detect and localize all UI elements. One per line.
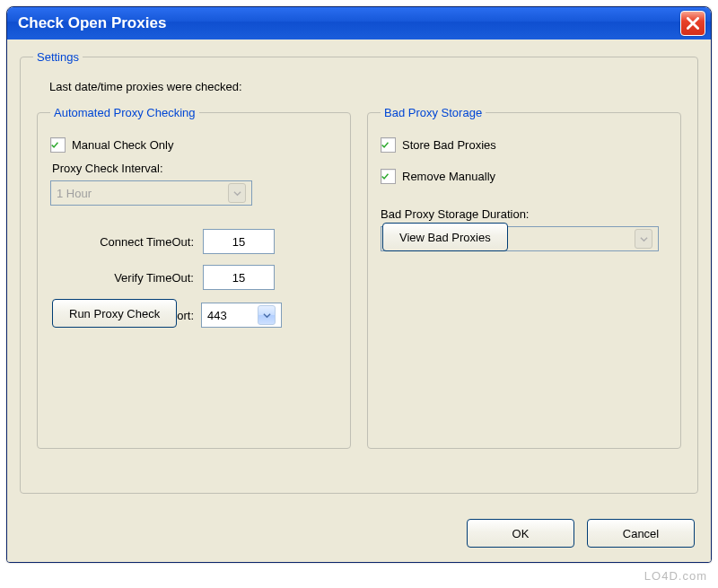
view-bad-proxies-button[interactable]: View Bad Proxies — [382, 223, 508, 251]
run-proxy-check-button[interactable]: Run Proxy Check — [52, 299, 177, 328]
automated-legend: Automated Proxy Checking — [50, 106, 199, 119]
remove-manually-checkbox[interactable] — [381, 169, 396, 184]
settings-legend: Settings — [33, 50, 83, 64]
dialog-footer: OK Cancel — [467, 519, 695, 548]
check-icon — [381, 171, 389, 182]
proxy-check-interval-label: Proxy Check Interval: — [52, 162, 337, 175]
verify-timeout-input[interactable] — [203, 265, 275, 290]
bad-proxy-duration-arrow — [635, 229, 652, 249]
manual-check-only-checkbox[interactable] — [50, 137, 66, 153]
cancel-button[interactable]: Cancel — [587, 519, 695, 548]
settings-group: Settings Last date/time proxies were che… — [20, 50, 698, 494]
ssl-port-combo[interactable]: 443 — [201, 303, 282, 328]
ssl-port-arrow[interactable] — [258, 305, 276, 325]
titlebar: Check Open Proxies — [7, 7, 711, 39]
ssl-port-value: 443 — [207, 309, 227, 322]
chevron-down-icon — [233, 189, 241, 197]
connect-timeout-label: Connect TimeOut: — [50, 235, 194, 249]
window-title: Check Open Proxies — [18, 14, 166, 32]
ok-button[interactable]: OK — [467, 519, 574, 548]
proxy-check-interval-arrow — [228, 183, 246, 203]
check-icon — [381, 139, 389, 151]
bad-proxy-legend: Bad Proxy Storage — [381, 106, 486, 119]
verify-timeout-label: Verify TimeOut: — [50, 271, 194, 285]
bad-proxy-storage-group: Bad Proxy Storage Store Bad Proxies R — [367, 106, 681, 449]
manual-check-only-label: Manual Check Only — [72, 138, 173, 152]
chevron-down-icon — [640, 235, 648, 243]
connect-timeout-input[interactable] — [203, 229, 275, 254]
last-checked-label: Last date/time proxies were checked: — [49, 80, 685, 93]
bad-proxy-duration-label: Bad Proxy Storage Duration: — [381, 207, 668, 221]
watermark: LO4D.com — [644, 569, 707, 583]
proxy-check-interval-combo: 1 Hour — [50, 180, 252, 206]
dialog-window: Check Open Proxies Settings Last date/ti… — [6, 6, 712, 563]
screenshot-frame: Check Open Proxies Settings Last date/ti… — [0, 0, 718, 588]
dialog-client-area: Settings Last date/time proxies were che… — [7, 39, 711, 562]
store-bad-proxies-checkbox[interactable] — [381, 137, 396, 153]
proxy-check-interval-value: 1 Hour — [57, 187, 92, 200]
remove-manually-label: Remove Manually — [402, 170, 495, 183]
automated-proxy-checking-group: Automated Proxy Checking Manual Check On… — [37, 106, 351, 449]
close-icon — [687, 17, 699, 30]
check-icon — [51, 139, 58, 151]
close-button[interactable] — [680, 11, 705, 36]
store-bad-proxies-label: Store Bad Proxies — [402, 138, 496, 152]
chevron-down-icon — [263, 312, 271, 320]
